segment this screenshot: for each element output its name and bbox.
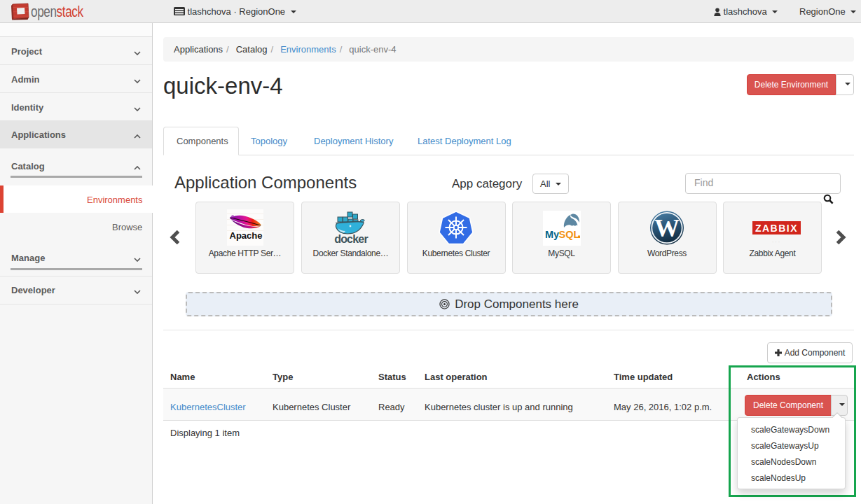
svg-text:docker: docker	[334, 233, 368, 245]
svg-text:SQL: SQL	[558, 229, 579, 240]
svg-text:My: My	[545, 229, 559, 240]
svg-text:ZABBIX: ZABBIX	[755, 223, 797, 234]
svg-text:···: ···	[771, 238, 780, 246]
svg-text:Apache: Apache	[229, 230, 262, 241]
svg-text:W: W	[654, 214, 680, 242]
